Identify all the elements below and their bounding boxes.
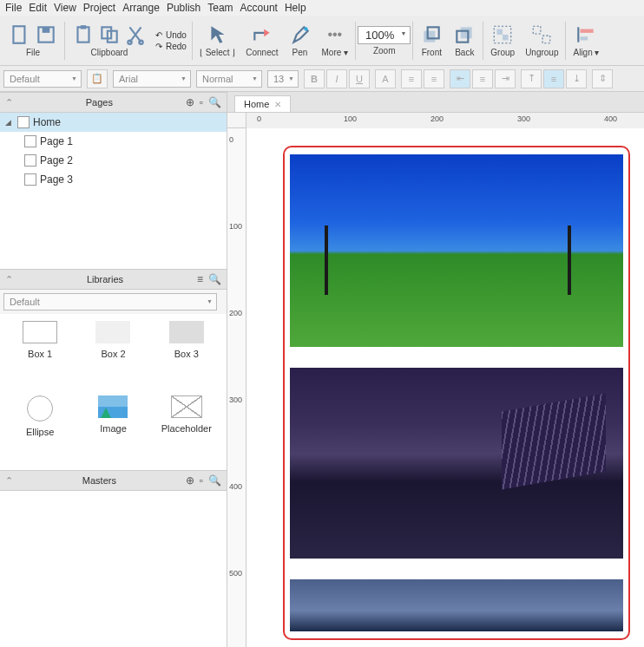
expand-icon[interactable]: ◢ — [5, 118, 14, 127]
lib-item-box1[interactable]: Box 1 — [7, 321, 73, 385]
svg-rect-0 — [13, 26, 24, 43]
lib-item-box3[interactable]: Box 3 — [154, 321, 220, 385]
pages-title: Pages — [13, 97, 186, 108]
main-toolbar: File Clipboard ↶Undo ↷Redo ⌊ Select ⌋ Co… — [0, 16, 644, 66]
menu-help[interactable]: Help — [285, 2, 306, 14]
menu-view[interactable]: View — [54, 2, 76, 14]
clipboard-group-label: Clipboard — [91, 48, 128, 57]
redo-icon: ↷ — [155, 42, 162, 51]
lib-item-placeholder[interactable]: Placeholder — [154, 395, 220, 463]
align-right-button[interactable]: ⇥ — [495, 69, 516, 88]
pages-collapse-icon[interactable]: ⌃ — [5, 97, 13, 108]
vertical-ruler[interactable]: 0 100 200 300 400 500 — [227, 128, 246, 647]
group-icon[interactable] — [491, 23, 514, 46]
svg-point-8 — [139, 41, 142, 44]
svg-rect-12 — [461, 27, 472, 38]
search-masters-icon[interactable]: 🔍 — [208, 474, 221, 487]
libraries-collapse-icon[interactable]: ⌃ — [5, 274, 13, 285]
canvas-image-1[interactable] — [290, 154, 623, 347]
connect-icon[interactable] — [251, 23, 273, 46]
style-select[interactable]: Default — [3, 70, 82, 88]
search-libraries-icon[interactable]: 🔍 — [208, 273, 221, 285]
close-tab-icon[interactable]: ✕ — [274, 100, 281, 109]
select-label: ⌊ Select ⌋ — [200, 48, 235, 57]
align-left-button[interactable]: ⇤ — [450, 69, 470, 88]
copy-icon[interactable] — [98, 23, 121, 46]
undo-icon: ↶ — [155, 30, 162, 40]
select-icon[interactable] — [207, 23, 229, 46]
image-shape-icon — [98, 395, 128, 418]
paste-icon[interactable] — [72, 23, 95, 46]
align-icon[interactable] — [575, 23, 597, 46]
paint-format-icon[interactable]: 📋 — [87, 69, 108, 88]
numbers-button[interactable]: ≡ — [424, 69, 444, 88]
search-pages-icon[interactable]: 🔍 — [208, 96, 221, 108]
valign-top-button[interactable]: ⤒ — [521, 69, 542, 88]
menu-project[interactable]: Project — [83, 2, 115, 14]
svg-point-7 — [128, 41, 131, 44]
menu-team[interactable]: Team — [207, 2, 233, 14]
valign-middle-button[interactable]: ≡ — [543, 69, 564, 88]
lib-item-ellipse[interactable]: Ellipse — [7, 395, 73, 463]
valign-bottom-button[interactable]: ⤓ — [566, 69, 587, 88]
front-icon[interactable] — [420, 23, 443, 46]
page-icon — [24, 135, 36, 147]
weight-select[interactable]: Normal — [196, 70, 262, 88]
masters-collapse-icon[interactable]: ⌃ — [5, 475, 13, 487]
svg-rect-17 — [534, 26, 542, 34]
pen-label: Pen — [292, 48, 308, 57]
underline-button[interactable]: U — [349, 69, 370, 88]
bold-button[interactable]: B — [304, 69, 325, 88]
add-master-icon[interactable]: ▫ — [200, 474, 203, 487]
page-label: Page 2 — [40, 154, 73, 167]
add-folder-icon[interactable]: ⊕ — [186, 96, 194, 108]
tab-home[interactable]: Home ✕ — [234, 95, 291, 112]
menu-edit[interactable]: Edit — [29, 2, 47, 14]
menu-file[interactable]: File — [5, 2, 22, 14]
cut-icon[interactable] — [124, 23, 147, 46]
menu-account[interactable]: Account — [240, 2, 278, 14]
add-page-icon[interactable]: ▫ — [200, 96, 203, 108]
page-row-page2[interactable]: Page 2 — [0, 151, 227, 170]
undo-button[interactable]: ↶Undo — [155, 30, 187, 40]
ungroup-icon[interactable] — [530, 23, 553, 46]
ungroup-label: Ungroup — [525, 48, 558, 57]
page-row-home[interactable]: ◢ Home — [0, 113, 227, 132]
libraries-menu-icon[interactable]: ≡ — [197, 273, 203, 285]
zoom-select[interactable]: 100% — [358, 26, 411, 44]
bullets-button[interactable]: ≡ — [401, 69, 422, 88]
menu-arrange[interactable]: Arrange — [122, 2, 160, 14]
canvas-image-3[interactable] — [290, 579, 623, 631]
lib-item-box2[interactable]: Box 2 — [80, 321, 146, 385]
left-sidebar: ⌃ Pages ⊕ ▫ 🔍 ◢ Home Page 1 Page 2 — [0, 92, 227, 647]
svg-point-9 — [304, 27, 307, 30]
font-select[interactable]: Arial — [113, 70, 191, 88]
page-row-page1[interactable]: Page 1 — [0, 132, 227, 151]
design-canvas[interactable] — [246, 128, 644, 647]
library-set-select[interactable]: Default — [3, 293, 217, 310]
redo-button[interactable]: ↷Redo — [155, 42, 187, 51]
align-center-button[interactable]: ≡ — [472, 69, 493, 88]
lib-item-image[interactable]: Image — [80, 395, 146, 463]
more-icon[interactable]: ••• — [324, 23, 346, 46]
add-master-folder-icon[interactable]: ⊕ — [186, 474, 194, 487]
line-spacing-button[interactable]: ⇕ — [592, 69, 613, 88]
pen-icon[interactable] — [289, 23, 312, 46]
ruler-corner — [227, 113, 246, 128]
save-icon[interactable] — [35, 23, 57, 46]
svg-rect-2 — [43, 27, 50, 32]
svg-rect-3 — [78, 27, 89, 42]
page-row-page3[interactable]: Page 3 — [0, 170, 227, 189]
new-file-icon[interactable] — [9, 23, 31, 46]
back-icon[interactable] — [453, 23, 476, 46]
text-color-button[interactable]: A — [375, 69, 396, 88]
library-items: Box 1 Box 2 Box 3 Ellipse Image Placehol… — [0, 314, 227, 470]
menu-publish[interactable]: Publish — [167, 2, 200, 14]
canvas-area: Home ✕ 0 100 200 300 400 0 100 200 — [227, 92, 644, 647]
page-icon — [24, 154, 36, 167]
italic-button[interactable]: I — [326, 69, 347, 88]
canvas-image-2[interactable] — [290, 368, 623, 559]
size-select[interactable]: 13 — [267, 70, 299, 88]
pages-list: ◢ Home Page 1 Page 2 Page 3 — [0, 113, 227, 269]
placeholder-shape-icon — [171, 395, 202, 418]
